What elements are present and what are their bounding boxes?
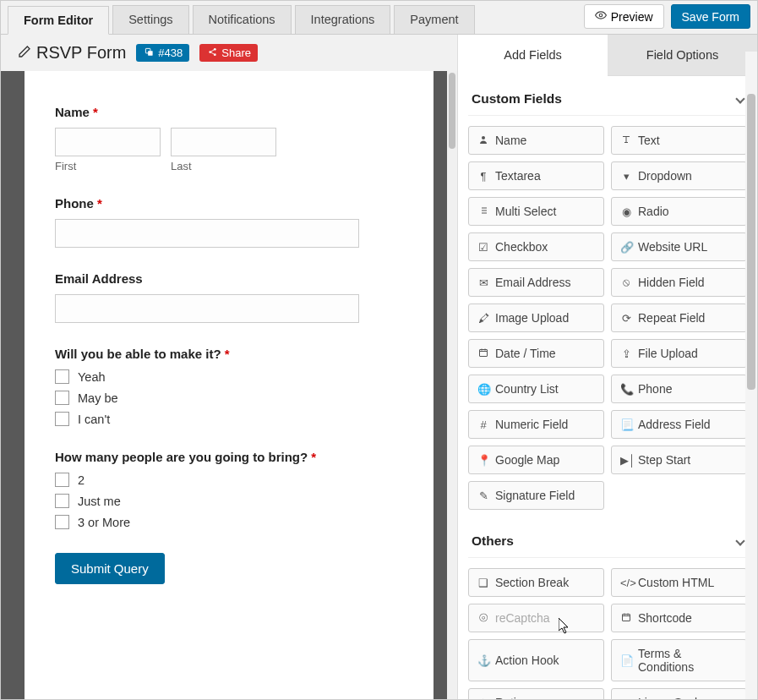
para-icon: ¶ bbox=[477, 170, 489, 183]
field-item-repeat-field[interactable]: ⟳Repeat Field bbox=[611, 304, 747, 332]
repeat-icon: ⟳ bbox=[620, 312, 632, 325]
custom-fields-grid: NameText¶Textarea▾DropdownMulti Select◉R… bbox=[468, 126, 747, 510]
tab-field-options[interactable]: Field Options bbox=[608, 35, 757, 76]
option-3more[interactable]: 3 or More bbox=[55, 515, 403, 529]
field-item-dropdown[interactable]: ▾Dropdown bbox=[611, 161, 747, 190]
field-item-hidden-field[interactable]: ⦸Hidden Field bbox=[611, 268, 747, 297]
pin-icon: 📍 bbox=[477, 454, 489, 467]
mail-icon: ✉ bbox=[477, 276, 489, 289]
field-item-checkbox[interactable]: ☑Checkbox bbox=[468, 232, 604, 261]
tab-add-fields[interactable]: Add Fields bbox=[458, 35, 608, 76]
up-icon: ⇪ bbox=[620, 347, 632, 360]
option-justme[interactable]: Just me bbox=[55, 494, 403, 508]
field-item-label: Website URL bbox=[638, 240, 707, 254]
field-item-label: reCaptcha bbox=[495, 611, 550, 625]
field-item-address-field[interactable]: 📃Address Field bbox=[611, 410, 747, 439]
field-item-linear-scale[interactable]: ⋯Linear Scale bbox=[611, 688, 747, 699]
field-item-label: Hidden Field bbox=[638, 276, 705, 289]
field-item-file-upload[interactable]: ⇪File Upload bbox=[611, 339, 747, 368]
input-phone[interactable] bbox=[55, 219, 359, 248]
preview-button[interactable]: Preview bbox=[584, 4, 664, 29]
input-last-name[interactable] bbox=[171, 128, 276, 156]
panel-body: Custom Fields NameText¶Textarea▾Dropdown… bbox=[458, 76, 757, 699]
tab-integrations[interactable]: Integrations bbox=[295, 5, 391, 34]
doc-icon: 📄 bbox=[620, 654, 632, 667]
chevron-down-icon bbox=[735, 536, 744, 545]
option-2[interactable]: 2 bbox=[55, 473, 403, 487]
field-item-radio[interactable]: ◉Radio bbox=[611, 197, 747, 226]
field-item-label: Phone bbox=[638, 382, 672, 396]
group-others-title: Others bbox=[472, 533, 514, 549]
pen-icon: ✎ bbox=[477, 489, 489, 502]
field-item-terms-conditions[interactable]: 📄Terms & Conditions bbox=[611, 639, 747, 681]
cal-icon bbox=[620, 612, 632, 625]
tab-form-editor[interactable]: Form Editor bbox=[8, 6, 109, 35]
hidden-icon: ⦸ bbox=[620, 276, 632, 289]
field-item-label: Signature Field bbox=[495, 489, 575, 502]
field-email: Email Address bbox=[55, 271, 403, 323]
field-item-label: Dropdown bbox=[638, 169, 692, 183]
label-name: Name * bbox=[55, 105, 403, 119]
label-email: Email Address bbox=[55, 271, 403, 286]
field-item-numeric-field[interactable]: #Numeric Field bbox=[468, 410, 604, 439]
field-name: Name * First Last bbox=[55, 105, 403, 172]
label-phone: Phone * bbox=[55, 196, 403, 211]
option-yeah[interactable]: Yeah bbox=[55, 369, 403, 384]
pencil-icon bbox=[18, 45, 30, 61]
field-item-label: Google Map bbox=[495, 453, 559, 467]
field-item-image-upload[interactable]: 🖍Image Upload bbox=[468, 304, 604, 332]
editor-column: RSVP Form #438 Share Name * bbox=[1, 35, 457, 699]
caret-icon: ▾ bbox=[620, 170, 632, 183]
form-id-badge[interactable]: #438 bbox=[136, 44, 189, 62]
field-item-phone[interactable]: 📞Phone bbox=[611, 375, 747, 403]
sublabel-first: First bbox=[55, 160, 161, 172]
field-item-label: Text bbox=[638, 134, 660, 147]
field-item-date-time[interactable]: Date / Time bbox=[468, 339, 604, 368]
field-item-label: Shortcode bbox=[638, 611, 692, 625]
label-attend: Will you be able to make it? * bbox=[55, 347, 403, 361]
field-item-action-hook[interactable]: ⚓Action Hook bbox=[468, 639, 604, 681]
panel-scrollbar[interactable] bbox=[745, 52, 757, 699]
field-item-email-address[interactable]: ✉Email Address bbox=[468, 268, 604, 297]
option-maybe[interactable]: May be bbox=[55, 391, 403, 405]
field-item-signature-field[interactable]: ✎Signature Field bbox=[468, 481, 604, 510]
field-item-shortcode[interactable]: Shortcode bbox=[611, 604, 747, 632]
field-item-section-break[interactable]: ❑Section Break bbox=[468, 568, 604, 597]
save-form-button[interactable]: Save Form bbox=[671, 4, 750, 29]
input-first-name[interactable] bbox=[55, 128, 161, 156]
canvas-scrollbar[interactable] bbox=[447, 71, 457, 699]
input-email[interactable] bbox=[55, 294, 359, 323]
field-item-country-list[interactable]: 🌐Country List bbox=[468, 375, 604, 403]
tab-payment[interactable]: Payment bbox=[394, 5, 474, 34]
field-item-custom-html[interactable]: </>Custom HTML bbox=[611, 568, 747, 597]
cal-icon bbox=[477, 347, 489, 360]
field-item-recaptcha: ⦾reCaptcha bbox=[468, 604, 604, 632]
tab-notifications[interactable]: Notifications bbox=[193, 5, 292, 34]
field-item-textarea[interactable]: ¶Textarea bbox=[468, 161, 604, 190]
main: RSVP Form #438 Share Name * bbox=[1, 35, 757, 699]
group-others[interactable]: Others bbox=[468, 525, 747, 558]
field-item-label: Address Field bbox=[638, 418, 711, 431]
img-icon: 🖍 bbox=[477, 312, 489, 325]
field-item-name[interactable]: Name bbox=[468, 126, 604, 155]
share-button[interactable]: Share bbox=[199, 44, 258, 62]
field-item-label: Section Break bbox=[495, 576, 569, 589]
field-item-multi-select[interactable]: Multi Select bbox=[468, 197, 604, 226]
option-cant[interactable]: I can't bbox=[55, 412, 403, 426]
copy-icon bbox=[143, 46, 155, 59]
share-label: Share bbox=[221, 46, 251, 59]
field-item-ratings[interactable]: ★Ratings bbox=[468, 688, 604, 699]
form-title-text: RSVP Form bbox=[36, 43, 126, 63]
tab-settings[interactable]: Settings bbox=[112, 5, 188, 34]
field-item-website-url[interactable]: 🔗Website URL bbox=[611, 232, 747, 261]
field-phone: Phone * bbox=[55, 196, 403, 248]
field-attend: Will you be able to make it? * Yeah May … bbox=[55, 347, 403, 426]
top-bar: Form Editor Settings Notifications Integ… bbox=[1, 1, 757, 35]
text-icon bbox=[620, 134, 632, 147]
field-item-label: Repeat Field bbox=[638, 311, 705, 325]
field-item-google-map[interactable]: 📍Google Map bbox=[468, 446, 604, 474]
group-custom-fields[interactable]: Custom Fields bbox=[468, 83, 747, 116]
field-item-text[interactable]: Text bbox=[611, 126, 747, 155]
field-item-step-start[interactable]: ▶│Step Start bbox=[611, 446, 747, 474]
submit-button[interactable]: Submit Query bbox=[55, 553, 165, 584]
